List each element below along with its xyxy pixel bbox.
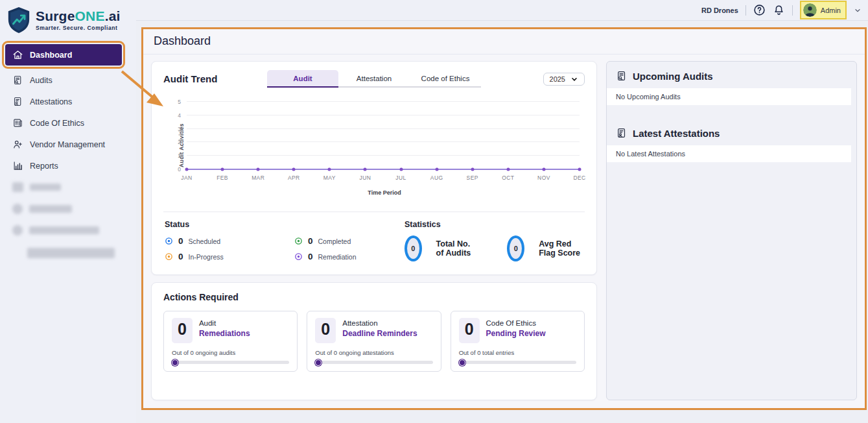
latest-attestations-empty: No Latest Attestations [607, 145, 851, 162]
audit-trend-chart: Audit Activities 012345 JANFEBMARAPRMAYJ… [163, 102, 582, 196]
sidebar-item-audits[interactable]: Audits [5, 69, 122, 91]
status-item-2: 0 In-Progress [165, 252, 259, 261]
sidebar-item-vendor-management[interactable]: Vendor Management [5, 134, 122, 155]
latest-attestations-heading: Latest Attestations [607, 127, 856, 139]
user-plus-icon [12, 139, 23, 150]
chart-x-axis-label: Time Period [187, 189, 582, 196]
audit-document-icon [12, 75, 23, 86]
sidebar-item-redacted[interactable] [5, 176, 122, 198]
annotation-highlight-main: Dashboard Audit Trend Audit Attestation … [141, 27, 867, 410]
home-icon [12, 49, 23, 60]
progress-knob [172, 359, 178, 366]
status-dot-icon [165, 237, 173, 245]
stat-total-audits: 0 Total No. of Audits [405, 236, 477, 261]
sidebar-item-label: Code Of Ethics [30, 119, 84, 128]
upcoming-audits-heading: Upcoming Audits [607, 70, 856, 82]
status-item-3: 0 Remediation [294, 252, 388, 261]
year-select[interactable]: 2025 [543, 73, 585, 86]
sidebar-item-label: Reports [30, 162, 58, 171]
divider [745, 5, 746, 16]
status-item-0: 0 Scheduled [165, 236, 259, 246]
status-dot-icon [165, 252, 173, 261]
action-count: 0 [172, 318, 193, 343]
brand-name: SurgeONE.ai [36, 9, 121, 23]
shield-logo-icon [6, 6, 31, 34]
sidebar-item-label: Attestations [30, 97, 72, 106]
status-dot-icon [294, 237, 303, 245]
audit-trend-tabs: Audit Attestation Code of Ethics [267, 70, 481, 88]
progress-bar [172, 361, 289, 364]
newspaper-icon [12, 117, 23, 128]
main-region: RD Drones Admin Dashboard [136, 0, 868, 423]
status-dot-icon [294, 252, 303, 261]
progress-bar [459, 361, 576, 364]
sidebar-item-redacted[interactable] [5, 198, 122, 219]
chevron-down-icon [570, 75, 578, 83]
help-icon[interactable] [753, 4, 766, 16]
attestation-document-icon [12, 96, 23, 107]
actions-required-heading: Actions Required [163, 292, 585, 302]
app-root: SurgeONE.ai Smarter. Secure. Compliant D… [0, 0, 868, 423]
action-count: 0 [315, 318, 336, 343]
audit-document-icon [616, 70, 628, 82]
sidebar-item-label: Dashboard [30, 51, 72, 60]
sidebar-nav: Dashboard Audits Attestations Code Of Et… [0, 44, 136, 265]
sidebar-item-dashboard[interactable]: Dashboard [5, 44, 122, 66]
stat-avg-red-flag: 0 Avg Red Flag Score [507, 236, 583, 261]
progress-knob [459, 359, 465, 366]
audit-trend-plot: 012345 [187, 102, 580, 169]
action-card-audit-remediations[interactable]: 0 Audit Remediations Out of 0 ongoing au… [163, 311, 298, 372]
tab-attestation[interactable]: Attestation [338, 70, 410, 88]
status-item-1: 0 Completed [294, 236, 388, 246]
sidebar: SurgeONE.ai Smarter. Secure. Compliant D… [0, 0, 136, 423]
status-heading: Status [165, 220, 405, 229]
user-label: Admin [821, 6, 841, 14]
right-panel: Upcoming Audits No Upcoming Audits Lates… [606, 61, 857, 400]
sidebar-item-reports[interactable]: Reports [5, 155, 122, 176]
sidebar-item-attestations[interactable]: Attestations [5, 91, 122, 112]
action-count: 0 [459, 318, 480, 343]
stat-circle: 0 [405, 236, 422, 261]
sidebar-item-label: Vendor Management [30, 140, 105, 149]
tab-audit[interactable]: Audit [267, 70, 338, 88]
company-name: RD Drones [701, 6, 738, 14]
action-card-ethics-pending-review[interactable]: 0 Code Of Ethics Pending Review Out of 0… [451, 311, 585, 372]
brand-tagline: Smarter. Secure. Compliant [36, 25, 121, 31]
brand-logo: SurgeONE.ai Smarter. Secure. Compliant [0, 4, 136, 34]
page-title: Dashboard [143, 29, 865, 54]
bar-chart-icon [12, 160, 23, 171]
action-card-attestation-deadlines[interactable]: 0 Attestation Deadline Reminders Out of … [307, 311, 441, 372]
sidebar-item-redacted[interactable] [5, 219, 122, 241]
actions-required-card: Actions Required 0 Audit Remediations [151, 282, 597, 400]
sidebar-item-code-of-ethics[interactable]: Code Of Ethics [5, 112, 122, 134]
status-section: Status 0 Scheduled 0 [165, 220, 405, 261]
avatar [803, 3, 817, 17]
upcoming-audits-empty: No Upcoming Audits [607, 88, 851, 105]
audit-trend-title: Audit Trend [163, 73, 267, 84]
topbar: RD Drones Admin [136, 0, 868, 21]
stat-circle: 0 [507, 236, 524, 261]
progress-knob [315, 359, 322, 366]
notifications-bell-icon[interactable] [773, 4, 785, 16]
sidebar-item-label: Audits [30, 76, 53, 85]
audit-trend-card: Audit Trend Audit Attestation Code of Et… [151, 61, 597, 275]
audit-trend-xlabels: JANFEBMARAPRMAYJUNJULAUGSEPOCTNOVDEC [187, 175, 580, 183]
tab-code-of-ethics[interactable]: Code of Ethics [410, 70, 481, 88]
year-select-value: 2025 [550, 75, 565, 83]
attestation-document-icon [616, 127, 628, 139]
sidebar-item-redacted[interactable] [5, 241, 122, 265]
statistics-heading: Statistics [405, 220, 583, 229]
statistics-section: Statistics 0 Total No. of Audits 0 Avg R… [405, 220, 583, 261]
progress-bar [315, 361, 432, 364]
chevron-down-icon[interactable] [854, 6, 862, 14]
divider [792, 5, 793, 16]
user-menu[interactable]: Admin [800, 1, 847, 19]
